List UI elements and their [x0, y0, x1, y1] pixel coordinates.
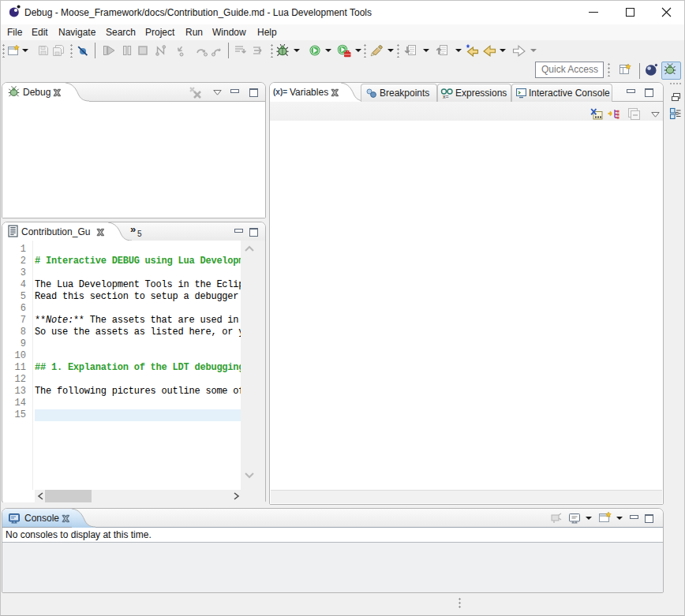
svg-text:x=: x= — [443, 94, 449, 99]
